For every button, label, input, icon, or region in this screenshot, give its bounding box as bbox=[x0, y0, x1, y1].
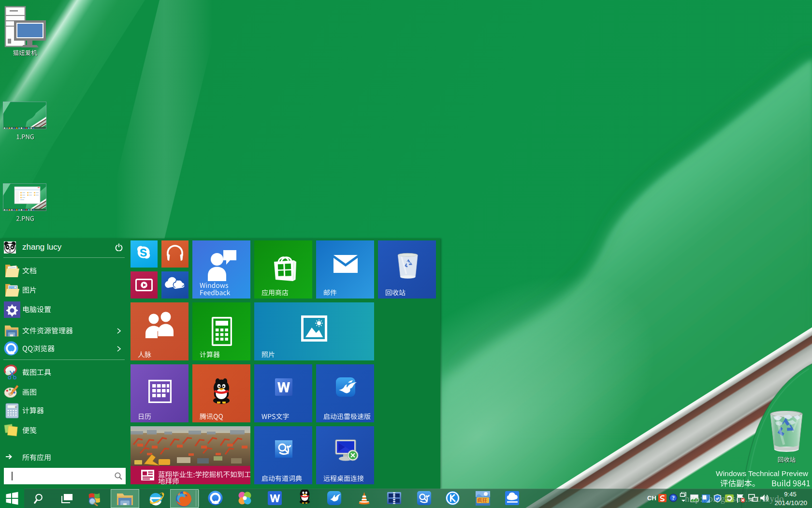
svg-text:?: ? bbox=[672, 494, 675, 501]
svg-text:0: 0 bbox=[15, 405, 17, 409]
